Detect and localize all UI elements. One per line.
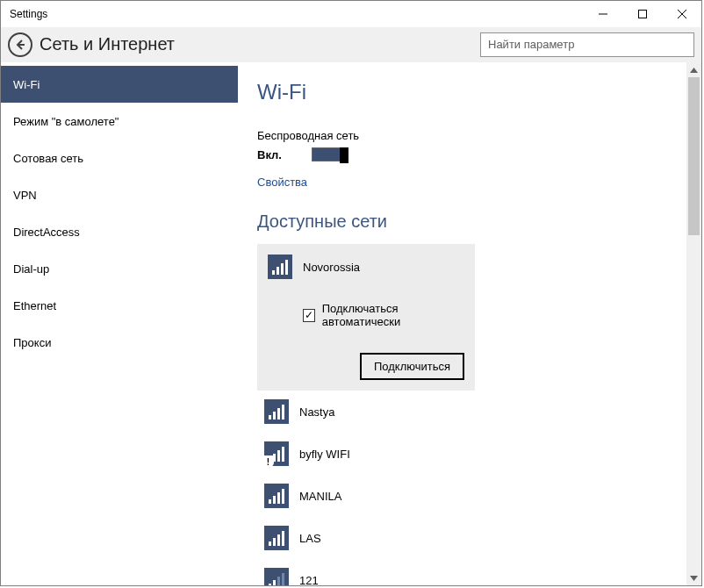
connect-button[interactable]: Подключиться bbox=[360, 353, 464, 380]
sidebar-item-airplane[interactable]: Режим "в самолете" bbox=[1, 103, 238, 140]
sidebar: Wi-Fi Режим "в самолете" Сотовая сеть VP… bbox=[1, 62, 238, 585]
content-area: Wi-Fi Беспроводная сеть Вкл. Свойства До… bbox=[238, 62, 701, 585]
wifi-signal-icon bbox=[264, 399, 289, 424]
content: Wi-Fi Беспроводная сеть Вкл. Свойства До… bbox=[238, 62, 686, 585]
auto-connect-label: Подключаться автоматически bbox=[322, 302, 464, 328]
network-name: LAS bbox=[299, 532, 321, 545]
sidebar-item-vpn[interactable]: VPN bbox=[1, 176, 238, 213]
network-item[interactable]: Nastya bbox=[257, 391, 667, 433]
body: Wi-Fi Режим "в самолете" Сотовая сеть VP… bbox=[1, 62, 701, 585]
wireless-label: Беспроводная сеть bbox=[257, 129, 667, 142]
minimize-button[interactable] bbox=[583, 1, 622, 27]
svg-rect-1 bbox=[638, 11, 646, 18]
network-name: Nastya bbox=[299, 405, 334, 419]
network-item[interactable]: MANILA bbox=[257, 475, 667, 517]
settings-window: Settings Сеть и Интернет Найти параметр … bbox=[0, 0, 702, 586]
network-name: Novorossia bbox=[303, 261, 360, 274]
scroll-down-arrow[interactable] bbox=[686, 570, 701, 585]
sidebar-item-proxy[interactable]: Прокси bbox=[1, 324, 238, 361]
content-heading: Wi-Fi bbox=[257, 80, 667, 104]
search-input[interactable]: Найти параметр bbox=[480, 32, 694, 57]
sidebar-item-dialup[interactable]: Dial-up bbox=[1, 250, 238, 287]
wifi-toggle-state: Вкл. bbox=[257, 148, 312, 161]
wifi-signal-icon bbox=[264, 568, 289, 585]
back-button[interactable] bbox=[8, 32, 32, 57]
network-item[interactable]: 121 bbox=[257, 559, 667, 585]
search-placeholder: Найти параметр bbox=[488, 38, 574, 51]
wifi-signal-icon bbox=[264, 484, 289, 508]
header: Сеть и Интернет Найти параметр bbox=[1, 27, 701, 62]
sidebar-item-directaccess[interactable]: DirectAccess bbox=[1, 213, 238, 250]
maximize-button[interactable] bbox=[622, 1, 662, 27]
wifi-toggle-row: Вкл. bbox=[257, 147, 667, 161]
sidebar-item-wifi[interactable]: Wi-Fi bbox=[1, 66, 238, 103]
warning-icon: ! bbox=[262, 455, 274, 468]
auto-connect-checkbox[interactable]: ✓ bbox=[303, 309, 315, 322]
close-button[interactable] bbox=[662, 1, 701, 27]
network-item[interactable]: LAS bbox=[257, 517, 667, 559]
vertical-scrollbar[interactable] bbox=[686, 62, 701, 585]
scroll-track[interactable] bbox=[686, 77, 701, 570]
network-item[interactable]: ! byfly WIFI bbox=[257, 433, 667, 475]
window-title: Settings bbox=[10, 8, 47, 20]
page-title: Сеть и Интернет bbox=[40, 34, 175, 54]
auto-connect-row: ✓ Подключаться автоматически bbox=[303, 302, 464, 328]
scroll-up-arrow[interactable] bbox=[686, 62, 701, 77]
wifi-signal-icon bbox=[264, 526, 289, 550]
sidebar-item-ethernet[interactable]: Ethernet bbox=[1, 287, 238, 324]
toggle-knob bbox=[340, 147, 348, 163]
titlebar: Settings bbox=[1, 1, 701, 27]
properties-link[interactable]: Свойства bbox=[257, 176, 307, 189]
network-name: byfly WIFI bbox=[299, 448, 350, 461]
scroll-thumb[interactable] bbox=[688, 77, 700, 235]
available-networks-heading: Доступные сети bbox=[257, 212, 667, 232]
wifi-signal-icon bbox=[268, 255, 292, 279]
network-item-selected[interactable]: Novorossia ✓ Подключаться автоматически … bbox=[257, 244, 475, 391]
wifi-signal-icon: ! bbox=[264, 441, 289, 466]
sidebar-item-cellular[interactable]: Сотовая сеть bbox=[1, 140, 238, 176]
wifi-toggle[interactable] bbox=[312, 147, 348, 161]
network-name: MANILA bbox=[299, 490, 341, 503]
network-name: 121 bbox=[299, 574, 319, 586]
